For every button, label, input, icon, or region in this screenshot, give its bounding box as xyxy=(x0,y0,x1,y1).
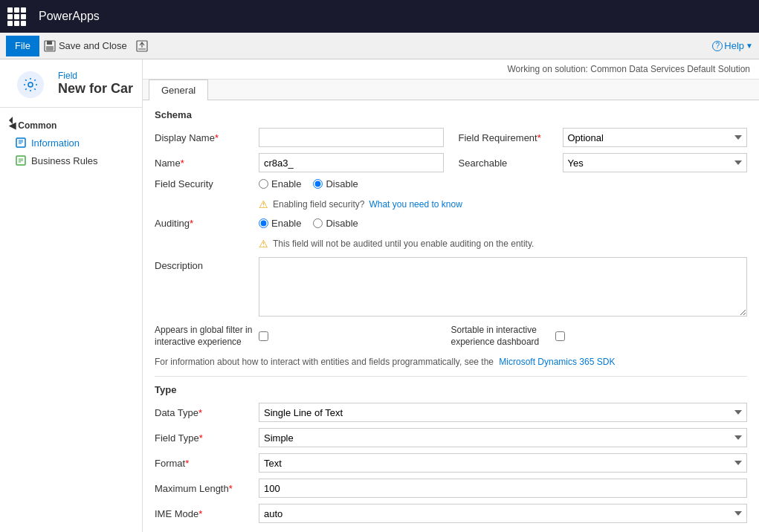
auditing-warning-icon: ⚠ xyxy=(259,238,268,250)
display-name-row: Display Name* Field Requirement* Optiona… xyxy=(155,128,747,147)
appears-in-global-filter-checkbox[interactable] xyxy=(259,331,268,341)
format-select[interactable]: Text Email URL Ticker Symbol Phone xyxy=(259,453,747,473)
format-label: Format* xyxy=(155,458,259,469)
ime-mode-row: IME Mode* auto active inactive disabled xyxy=(155,504,747,523)
warning-triangle-icon: ⚠ xyxy=(259,198,268,210)
data-type-row: Data Type* Single Line of Text Multiple … xyxy=(155,403,747,422)
format-row: Format* Text Email URL Ticker Symbol Pho… xyxy=(155,453,747,473)
collapse-arrow-icon[interactable]: ◀ xyxy=(9,117,13,124)
auditing-enable[interactable]: Enable xyxy=(259,218,301,229)
field-security-label: Field Security xyxy=(155,178,259,189)
description-row: Description xyxy=(155,257,747,319)
description-label: Description xyxy=(155,257,259,271)
name-label: Name* xyxy=(155,158,259,169)
global-filter-row: Appears in global filter in interactive … xyxy=(155,325,747,348)
svg-rect-6 xyxy=(16,138,25,147)
maximum-length-input[interactable] xyxy=(259,479,747,498)
field-type-select[interactable]: Simple Calculated Rollup xyxy=(259,428,747,447)
svg-rect-2 xyxy=(46,46,54,51)
file-button[interactable]: File xyxy=(6,36,39,56)
main-container: Field New for Car ◀ Common Informatio xyxy=(0,59,759,532)
name-input[interactable] xyxy=(259,153,444,172)
info-link-row: For information about how to interact wi… xyxy=(155,354,747,373)
sidebar-item-information-label: Information xyxy=(31,137,80,149)
help-circle-icon: ? xyxy=(712,41,723,51)
sidebar-item-business-rules-label: Business Rules xyxy=(31,155,98,166)
appears-in-global-filter-label: Appears in global filter in interactive … xyxy=(155,325,259,348)
ime-mode-select[interactable]: auto active inactive disabled xyxy=(259,504,747,523)
sortable-label: Sortable in interactive experience dashb… xyxy=(451,325,555,348)
field-type-row: Field Type* Simple Calculated Rollup xyxy=(155,428,747,447)
searchable-label: Searchable xyxy=(459,158,563,169)
save-icon xyxy=(44,40,56,52)
field-requirement-label: Field Requirement* xyxy=(459,132,563,143)
help-chevron-icon: ▼ xyxy=(746,42,753,50)
field-security-radio-group: Enable Disable xyxy=(259,178,747,189)
field-security-link[interactable]: What you need to know xyxy=(369,199,462,210)
auditing-row: Auditing* Enable Disable xyxy=(155,218,747,229)
schema-section-title: Schema xyxy=(155,109,747,120)
svg-rect-4 xyxy=(138,48,146,50)
toolbar: File Save and Close ? Help ▼ xyxy=(0,33,759,59)
tab-general[interactable]: General xyxy=(149,80,208,100)
description-textarea[interactable] xyxy=(259,257,747,317)
app-title: PowerApps xyxy=(33,10,759,23)
searchable-select[interactable]: Yes No xyxy=(563,153,748,172)
ime-mode-label: IME Mode* xyxy=(155,508,259,519)
field-type-label: Field Type* xyxy=(155,432,259,444)
field-security-row: Field Security Enable Disable xyxy=(155,178,747,189)
auditing-disable[interactable]: Disable xyxy=(313,218,358,229)
auditing-radio-group: Enable Disable xyxy=(259,218,747,229)
sortable-checkbox[interactable] xyxy=(555,331,565,341)
sidebar-section-common: ◀ Common Information xyxy=(0,108,142,175)
section-divider xyxy=(155,376,747,377)
save-button[interactable]: Save and Close xyxy=(39,39,132,53)
sidebar-item-information[interactable]: Information xyxy=(0,134,142,152)
sidebar-entity-header: Field New for Car xyxy=(0,59,142,108)
sidebar-item-business-rules[interactable]: Business Rules xyxy=(0,152,142,169)
waffle-menu-button[interactable] xyxy=(0,0,33,33)
working-on-solution: Working on solution: Common Data Service… xyxy=(143,59,759,80)
sidebar-field-label: Field xyxy=(58,71,133,81)
dynamics-sdk-link[interactable]: Microsoft Dynamics 365 SDK xyxy=(499,357,615,367)
sidebar: Field New for Car ◀ Common Informatio xyxy=(0,59,143,532)
svg-point-5 xyxy=(28,82,33,87)
maximum-length-label: Maximum Length* xyxy=(155,483,259,494)
data-type-label: Data Type* xyxy=(155,407,259,418)
information-icon xyxy=(15,137,27,149)
form-area: Schema Display Name* Field Requirement* xyxy=(143,100,759,532)
field-requirement-select[interactable]: Optional Business Recommended Business R… xyxy=(563,128,748,147)
display-name-label: Display Name* xyxy=(155,132,259,143)
waffle-grid-icon xyxy=(7,7,26,26)
help-label: Help xyxy=(724,40,744,51)
content-area: Working on solution: Common Data Service… xyxy=(143,59,759,532)
settings-icon xyxy=(17,71,44,98)
top-nav-bar: PowerApps xyxy=(0,0,759,33)
publish-icon xyxy=(136,40,148,52)
svg-rect-1 xyxy=(47,41,52,45)
save-label: Save and Close xyxy=(59,40,127,51)
business-rules-icon xyxy=(15,155,27,166)
type-section-title: Type xyxy=(155,384,747,395)
field-security-warning: ⚠ Enabling field security? What you need… xyxy=(155,195,747,213)
display-name-input[interactable] xyxy=(259,128,444,147)
name-row: Name* Searchable Yes No xyxy=(155,153,747,172)
sidebar-entity-title: New for Car xyxy=(58,81,133,97)
tab-bar: General xyxy=(143,80,759,100)
maximum-length-row: Maximum Length* xyxy=(155,479,747,498)
publish-button[interactable] xyxy=(132,39,152,53)
auditing-label: Auditing* xyxy=(155,218,259,229)
field-security-disable[interactable]: Disable xyxy=(313,178,358,189)
field-security-enable[interactable]: Enable xyxy=(259,178,301,189)
data-type-select[interactable]: Single Line of Text Multiple Lines of Te… xyxy=(259,403,747,422)
help-button[interactable]: ? Help ▼ xyxy=(712,40,753,51)
auditing-warning: ⚠ This field will not be audited until y… xyxy=(155,235,747,253)
sidebar-section-title: ◀ Common xyxy=(0,114,142,134)
